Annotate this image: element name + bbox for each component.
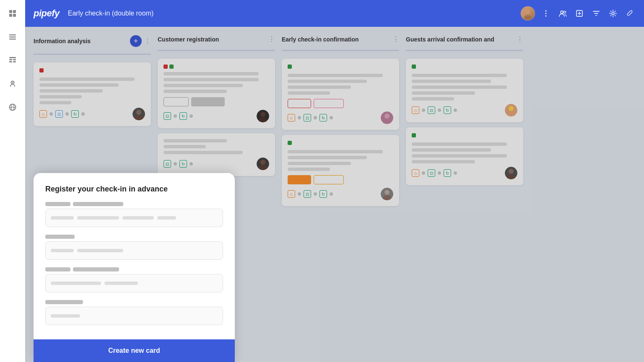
card-dot [422, 171, 425, 175]
card: ◇ ⊡ ↻ [406, 127, 523, 185]
modal-footer[interactable]: Create new card [34, 339, 235, 362]
sidebar [0, 0, 25, 362]
create-new-card-button[interactable]: Create new card [108, 347, 160, 354]
placeholder-block [51, 314, 80, 318]
form-label-2 [45, 235, 223, 239]
label-block [73, 267, 119, 272]
placeholder-block [51, 282, 101, 285]
card-icon: ⊡ [304, 190, 311, 198]
svg-point-39 [507, 174, 515, 179]
svg-point-23 [564, 11, 566, 13]
header-left: pipefy Early check-in (double room) [34, 8, 153, 19]
column-line [406, 50, 523, 51]
avatar-circle [132, 108, 145, 120]
svg-point-20 [545, 13, 547, 14]
card-tags [164, 97, 225, 106]
svg-rect-4 [9, 34, 16, 36]
form-label-3 [45, 267, 223, 272]
import-icon[interactable] [574, 8, 585, 19]
label-block [45, 300, 83, 304]
card-icon: ↻ [319, 190, 327, 198]
card-line [412, 85, 507, 89]
placeholder-block [77, 249, 123, 252]
card-icon-orange: ◇ [39, 110, 47, 118]
card-dot [81, 112, 85, 116]
card-line [164, 72, 259, 75]
avatar-face [521, 6, 535, 21]
more-dots-icon[interactable] [540, 8, 552, 19]
card-icon: ⊡ [428, 169, 435, 177]
card-line [39, 89, 103, 93]
card-line [412, 142, 507, 146]
header: pipefy Early check-in (double room) [25, 0, 644, 27]
card-dot [438, 171, 441, 175]
card-indicator-green [169, 65, 174, 69]
add-card-button[interactable]: + [130, 35, 142, 47]
board-area: Information analysis + ⋮ ◇ ⊡ [25, 27, 644, 362]
svg-point-38 [509, 169, 514, 174]
avatar-circle [505, 104, 517, 116]
form-group-4 [45, 300, 223, 325]
label-block [45, 267, 70, 272]
card-dot [330, 192, 333, 196]
form-input-4[interactable] [45, 307, 223, 325]
svg-point-31 [259, 165, 267, 170]
card-icons-row: ◇ ⊡ ↻ [412, 104, 517, 116]
card-avatar [257, 110, 269, 122]
card-dot [65, 112, 69, 116]
column-actions: + ⋮ [130, 35, 151, 47]
avatar-circle [381, 111, 393, 124]
column-header: Guests arrival confirmation and ⋮ [406, 35, 523, 43]
sidebar-icon-grid[interactable] [6, 7, 19, 20]
filter-icon[interactable] [590, 8, 602, 19]
sidebar-icon-automation[interactable] [6, 77, 19, 90]
svg-point-21 [545, 16, 547, 17]
sidebar-icon-table[interactable] [6, 54, 19, 67]
column-actions: ⋮ [392, 35, 399, 43]
card: ⊡ ↻ [158, 133, 275, 176]
placeholder-block [157, 216, 176, 220]
form-label-1 [45, 202, 223, 206]
svg-rect-3 [13, 14, 16, 17]
svg-rect-2 [9, 14, 12, 17]
svg-rect-1 [13, 10, 16, 13]
sidebar-icon-globe[interactable] [6, 101, 19, 114]
wrench-icon[interactable] [624, 8, 636, 19]
card-icon: ◇ [288, 114, 295, 122]
column-menu-icon[interactable]: ⋮ [268, 35, 275, 43]
column-header: Customer registration ⋮ [158, 35, 275, 43]
label-block [45, 235, 75, 239]
users-icon[interactable] [557, 8, 569, 19]
card-tags [288, 175, 344, 184]
svg-rect-10 [9, 61, 12, 62]
form-input-3[interactable] [45, 274, 223, 292]
card-line [288, 150, 383, 153]
column-menu-icon[interactable]: ⋮ [144, 37, 151, 45]
card-line [288, 168, 330, 171]
placeholder-block [104, 282, 138, 285]
card: ◇ ⊡ ↻ [282, 135, 399, 206]
form-group-2 [45, 235, 223, 260]
card-line [288, 91, 330, 95]
card-dot [190, 162, 193, 165]
user-avatar[interactable] [521, 6, 535, 21]
card-icon: ↻ [319, 114, 327, 122]
card-footer [288, 175, 393, 184]
svg-rect-8 [9, 59, 12, 60]
card-icons-row: ◇ ⊡ ↻ [288, 188, 393, 200]
form-input-1[interactable] [45, 209, 223, 227]
sidebar-icon-list[interactable] [6, 30, 19, 44]
settings-icon[interactable] [607, 8, 619, 19]
svg-rect-5 [9, 36, 16, 38]
card-line [288, 162, 351, 165]
modal-title: Register your check-in in advance [45, 185, 223, 194]
card-avatar [505, 104, 517, 116]
form-input-2[interactable] [45, 241, 223, 260]
column-title: Guests arrival confirmation and [406, 36, 517, 43]
card-line [288, 74, 383, 77]
card-line [288, 80, 367, 83]
column-menu-icon[interactable]: ⋮ [517, 35, 523, 43]
column-menu-icon[interactable]: ⋮ [392, 35, 399, 43]
svg-rect-9 [13, 59, 16, 60]
card-line [412, 154, 507, 158]
